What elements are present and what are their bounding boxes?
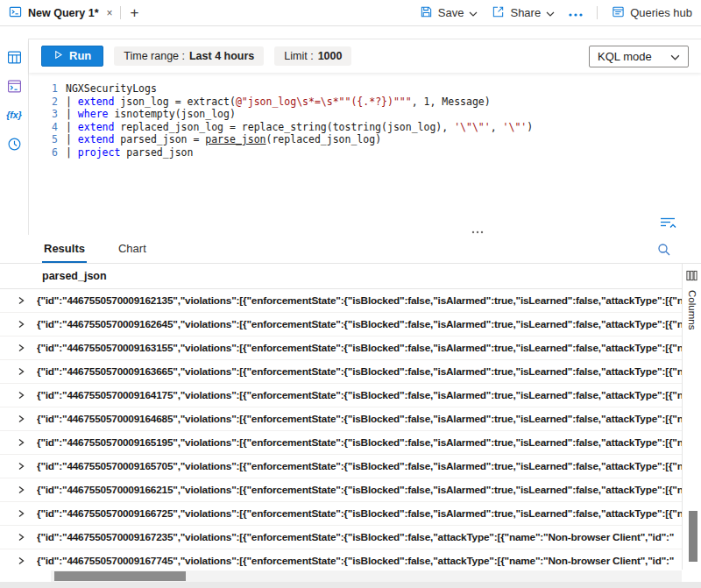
expand-row-icon[interactable] — [17, 438, 25, 447]
expand-row-icon[interactable] — [17, 344, 25, 352]
kql-mode-dropdown[interactable]: KQL mode — [589, 46, 689, 67]
tab-results[interactable]: Results — [42, 242, 87, 263]
time-range-value: Last 4 hours — [189, 50, 254, 62]
time-range-picker[interactable]: Time range : Last 4 hours — [114, 46, 264, 66]
limit-value: 1000 — [318, 50, 343, 62]
share-icon — [492, 5, 505, 21]
results-rows: {"id":"4467550570009162135","violations"… — [0, 289, 682, 570]
expand-row-icon[interactable] — [17, 533, 25, 542]
query-file-icon — [9, 5, 22, 21]
kql-mode-value: KQL mode — [598, 50, 652, 63]
row-json-text: {"id":"4467550570009166725","violations"… — [37, 507, 682, 520]
row-json-text: {"id":"4467550570009164685","violations"… — [37, 413, 682, 425]
log-analytics-window: New Query 1* × + Save — [0, 0, 701, 588]
query-tab-title: New Query 1* — [28, 7, 99, 19]
expand-row-icon[interactable] — [17, 320, 25, 329]
queries-hub-label: Queries hub — [630, 6, 692, 19]
code-lines: NGXSecurityLogs| extend json_log = extra… — [58, 82, 533, 216]
share-label: Share — [510, 6, 541, 19]
row-json-text: {"id":"4467550570009165705","violations"… — [37, 460, 682, 472]
row-json-text: {"id":"4467550570009163155","violations"… — [37, 342, 682, 354]
pane-splitter[interactable] — [29, 216, 701, 235]
expand-row-icon[interactable] — [17, 485, 25, 494]
expand-row-icon[interactable] — [17, 414, 25, 423]
search-icon[interactable] — [657, 243, 671, 259]
save-label: Save — [438, 6, 464, 19]
table-row[interactable]: {"id":"4467550570009167235","violations"… — [0, 526, 682, 549]
expand-row-icon[interactable] — [17, 509, 25, 518]
column-header-parsed-json[interactable]: parsed_json — [0, 264, 701, 289]
more-icon — [569, 6, 583, 19]
horizontal-scrollbar[interactable] — [51, 570, 682, 582]
expand-row-icon[interactable] — [17, 367, 25, 376]
horizontal-scrollbar-thumb[interactable] — [54, 571, 186, 581]
chevron-down-icon — [546, 6, 555, 19]
columns-pane-label: Columns — [687, 290, 697, 329]
table-row[interactable]: {"id":"4467550570009164175","violations"… — [0, 384, 682, 407]
expand-row-icon[interactable] — [17, 296, 25, 305]
queries-hub-button[interactable]: Queries hub — [612, 5, 692, 21]
time-range-label: Time range : — [124, 50, 185, 62]
window-bottom-edge — [0, 582, 701, 588]
play-icon — [53, 49, 63, 62]
save-icon — [420, 5, 433, 21]
save-button[interactable]: Save — [420, 5, 478, 21]
chevron-down-icon — [670, 50, 680, 63]
query-workspace: {fx} Run Time range : Last 4 hours — [0, 26, 701, 235]
collapse-editor-icon[interactable] — [659, 216, 676, 232]
left-rail: {fx} — [0, 39, 29, 235]
table-row[interactable]: {"id":"4467550570009165705","violations"… — [0, 455, 682, 478]
expand-row-icon[interactable] — [17, 556, 25, 565]
table-row[interactable]: {"id":"4467550570009163155","violations"… — [0, 337, 682, 360]
results-tab-bar: ResultsChart — [0, 235, 701, 264]
queries-hub-icon — [612, 5, 625, 21]
query-tab[interactable]: New Query 1* × — [0, 0, 120, 25]
row-json-text: {"id":"4467550570009167235","violations"… — [37, 531, 682, 543]
row-json-text: {"id":"4467550570009165195","violations"… — [37, 436, 682, 449]
table-row[interactable]: {"id":"4467550570009162135","violations"… — [0, 289, 682, 313]
row-json-text: {"id":"4467550570009164175","violations"… — [37, 389, 682, 401]
tab-bar-actions: Save Share — [420, 5, 701, 21]
table-row[interactable]: {"id":"4467550570009163665","violations"… — [0, 360, 682, 384]
table-row[interactable]: {"id":"4467550570009166725","violations"… — [0, 502, 682, 526]
table-row[interactable]: {"id":"4467550570009167745","violations"… — [0, 549, 682, 570]
row-json-text: {"id":"4467550570009166215","violations"… — [37, 484, 682, 496]
functions-icon[interactable]: {fx} — [5, 106, 23, 124]
expand-row-icon[interactable] — [17, 462, 25, 471]
more-actions-button[interactable] — [569, 6, 583, 19]
row-json-text: {"id":"4467550570009163665","violations"… — [37, 365, 682, 378]
query-history-icon[interactable] — [5, 135, 23, 152]
run-button[interactable]: Run — [41, 46, 103, 67]
table-row[interactable]: {"id":"4467550570009162645","violations"… — [0, 313, 682, 337]
close-tab-icon[interactable]: × — [107, 7, 113, 19]
row-json-text: {"id":"4467550570009162645","violations"… — [37, 318, 682, 330]
actions-divider — [597, 6, 598, 19]
query-editor[interactable]: 123456 NGXSecurityLogs| extend json_log … — [29, 73, 701, 216]
limit-picker[interactable]: Limit : 1000 — [274, 46, 351, 66]
tables-pane-icon[interactable] — [5, 48, 23, 66]
query-pane: Run Time range : Last 4 hours Limit : 10… — [29, 39, 701, 235]
limit-label: Limit : — [284, 50, 313, 62]
query-tab-bar: New Query 1* × + Save — [0, 0, 701, 26]
line-numbers: 123456 — [29, 82, 58, 216]
expand-row-icon[interactable] — [17, 391, 25, 400]
table-row[interactable]: {"id":"4467550570009165195","violations"… — [0, 431, 682, 455]
results-panel: ResultsChart parsed_json {"id":"44675505… — [0, 235, 701, 588]
row-json-text: {"id":"4467550570009167745","violations"… — [37, 555, 682, 567]
table-row[interactable]: {"id":"4467550570009166215","violations"… — [0, 478, 682, 502]
example-queries-icon[interactable] — [5, 77, 23, 95]
table-row[interactable]: {"id":"4467550570009164685","violations"… — [0, 407, 682, 431]
columns-icon — [686, 270, 697, 284]
results-tabs: ResultsChart — [42, 242, 178, 263]
chevron-down-icon — [469, 6, 478, 19]
vertical-scrollbar-thumb[interactable] — [689, 511, 697, 562]
query-toolbar: Run Time range : Last 4 hours Limit : 10… — [29, 39, 701, 73]
new-tab-button[interactable]: + — [121, 4, 149, 22]
share-button[interactable]: Share — [492, 5, 555, 21]
row-json-text: {"id":"4467550570009162135","violations"… — [37, 294, 682, 307]
tab-chart[interactable]: Chart — [117, 242, 148, 263]
